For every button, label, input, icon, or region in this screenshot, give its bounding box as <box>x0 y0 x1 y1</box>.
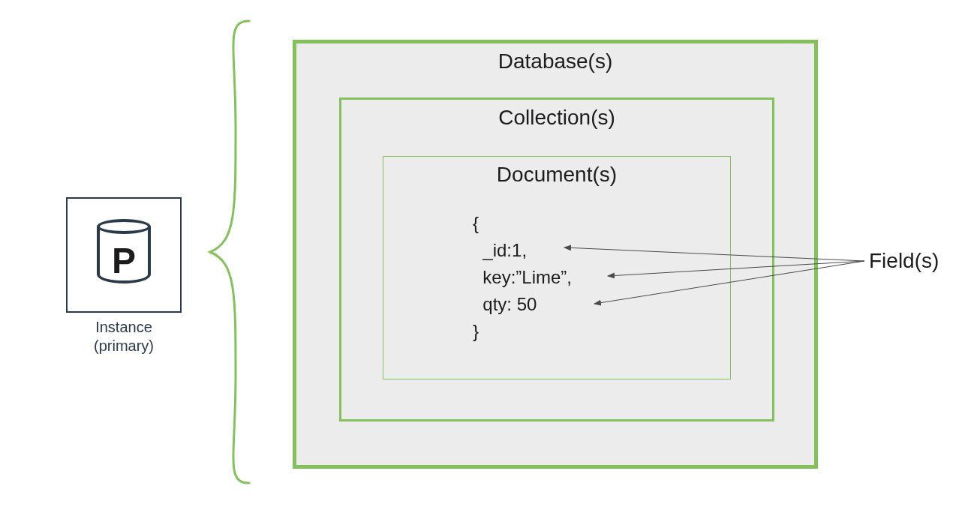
instance-label: Instance (primary) <box>66 318 182 356</box>
document-example: { _id:1, key:”Lime”, qty: 50 } <box>473 210 572 345</box>
instance-letter: P <box>97 240 151 281</box>
diagram-canvas: P Instance (primary) Database(s) Collect… <box>0 0 980 519</box>
instance-label-line2: (primary) <box>94 338 154 354</box>
database-title: Database(s) <box>296 50 814 74</box>
doc-line-id: _id:1, <box>473 240 527 260</box>
document-title: Document(s) <box>383 163 730 187</box>
doc-line-key: key:”Lime”, <box>473 267 572 287</box>
database-cylinder-icon: P <box>97 219 151 291</box>
curly-brace-icon <box>203 16 255 488</box>
instance-label-line1: Instance <box>95 319 152 335</box>
instance-box: P <box>66 197 182 313</box>
fields-label: Field(s) <box>869 249 939 273</box>
doc-line-qty: qty: 50 <box>473 294 537 314</box>
collection-title: Collection(s) <box>341 106 772 130</box>
doc-open: { <box>473 213 479 233</box>
doc-close: } <box>473 321 479 341</box>
